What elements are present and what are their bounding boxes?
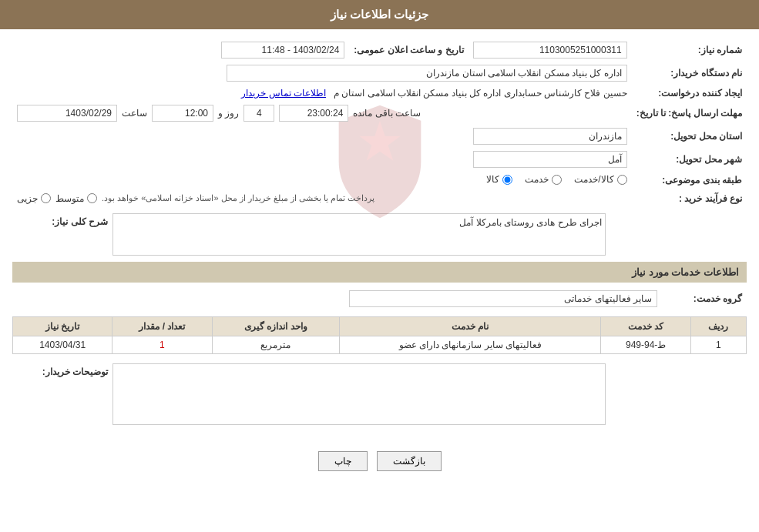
deadline-date: 1403/02/29 [17,105,117,122]
services-section-header: اطلاعات خدمات مورد نیاز [12,262,747,283]
button-area: بازگشت چاپ [0,451,759,471]
purchase-type-label: نوع فرآیند خرید : [632,190,747,207]
col-name: نام خدمت [340,316,601,336]
col-date: تاریخ نیاز [13,316,113,336]
deadline-remaining-label: ساعت باقی مانده [353,108,421,119]
category-kala-option[interactable]: کالا [486,174,512,185]
deadline-days: 4 [243,105,274,122]
cell-code: ط-94-949 [601,336,690,353]
purchase-type-note: پرداخت تمام یا بخشی از مبلغ خریدار از مح… [102,193,374,203]
page-title: جزئیات اطلاعات نیاز [0,0,759,29]
cell-name: فعالیتهای سایر سازمانهای دارای عضو [340,336,601,353]
creator-label: ایجاد کننده درخواست: [632,85,747,102]
contact-link[interactable]: اطلاعات تماس خریدار [241,88,326,99]
purchase-type-jozii[interactable]: جزیی [17,193,51,204]
col-row: ردیف [690,316,746,336]
general-desc-label: شرح کلی نیاز: [12,213,113,230]
cell-quantity: 1 [113,336,212,353]
buyer-notes-box [113,363,606,425]
deadline-remaining: 23:00:24 [279,105,348,122]
deadline-label: مهلت ارسال پاسخ: تا تاریخ: [632,102,747,125]
category-khedmat-option[interactable]: خدمت [525,174,562,185]
cell-row: 1 [690,336,746,353]
category-both-option[interactable]: کالا/خدمت [574,174,626,185]
table-row: 1 ط-94-949 فعالیتهای سایر سازمانهای دارا… [13,336,747,353]
need-number-label: شماره نیاز: [632,38,747,62]
general-desc-value: اجرای طرح هادی روستای بامرکلا آمل [113,213,606,256]
creator-value: حسین فلاح کارشناس حسابداری اداره کل بنیا… [334,88,627,99]
purchase-type-motavaset[interactable]: متوسط [55,193,97,204]
service-group-value: سایر فعالیتهای خدماتی [349,290,657,307]
services-table: ردیف کد خدمت نام خدمت واحد اندازه گیری ت… [12,316,747,354]
cell-unit: مترمربع [212,336,340,353]
back-button[interactable]: بازگشت [377,451,442,471]
delivery-city-value: آمل [473,151,627,168]
delivery-province-label: استان محل تحویل: [632,125,747,148]
announce-date-value: 1403/02/24 - 11:48 [221,42,344,59]
delivery-province-value: مازندران [473,128,627,145]
cell-date: 1403/04/31 [13,336,113,353]
buyer-org-label: نام دستگاه خریدار: [632,62,747,85]
category-label: طبقه بندی موضوعی: [632,171,747,190]
deadline-time-label: ساعت [122,108,147,119]
buyer-org-value: اداره کل بنیاد مسکن انقلاب اسلامی استان … [227,65,627,82]
need-number-value: 1103005251000311 [473,42,627,59]
announce-date-label: تاریخ و ساعت اعلان عمومی: [349,38,468,62]
col-quantity: تعداد / مقدار [113,316,212,336]
service-group-label: گروه خدمت: [662,287,747,310]
delivery-city-label: شهر محل تحویل: [632,148,747,171]
deadline-day-label: روز و [218,108,239,119]
col-unit: واحد اندازه گیری [212,316,340,336]
print-button[interactable]: چاپ [318,451,368,471]
buyer-notes-label: توضیحات خریدار: [12,363,113,380]
deadline-time: 12:00 [152,105,213,122]
col-code: کد خدمت [601,316,690,336]
